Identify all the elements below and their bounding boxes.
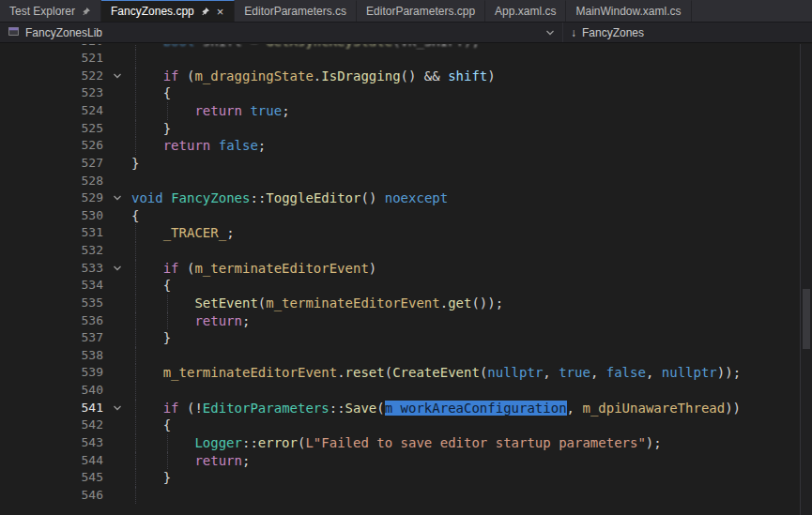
member-dropdown-label: FancyZones — [582, 26, 644, 39]
code-text: { — [131, 207, 800, 225]
code-line-540[interactable]: 540 — [0, 382, 800, 400]
tab-editorparameters-cpp[interactable]: EditorParameters.cpp — [357, 0, 485, 22]
code-text — [131, 242, 800, 260]
indent-guide — [135, 487, 136, 505]
line-number: 525 — [0, 120, 103, 138]
code-line-541[interactable]: 541if (!EditorParameters::Save(m_workAre… — [0, 400, 800, 417]
chevron-down-icon[interactable] — [545, 28, 555, 38]
code-line-536[interactable]: 536return; — [0, 312, 800, 330]
tab-fancyzones-cpp[interactable]: FancyZones.cpp× — [101, 0, 235, 22]
code-line-543[interactable]: 543Logger::error(L"Failed to save editor… — [0, 434, 800, 452]
line-number: 540 — [0, 382, 103, 400]
code-line-528[interactable]: 528 — [0, 173, 800, 190]
code-line-526[interactable]: 526return false; — [0, 137, 800, 155]
code-line-524[interactable]: 524return true; — [0, 102, 800, 120]
code-line-532[interactable]: 532 — [0, 242, 800, 260]
code-text — [131, 173, 800, 190]
code-text: return true; — [131, 102, 800, 120]
line-number: 538 — [0, 347, 103, 365]
code-line-546[interactable]: 546 — [0, 487, 800, 505]
line-number: 531 — [0, 224, 103, 242]
line-number: 530 — [0, 207, 103, 225]
code-area: 520bool shift = GetAsyncKeyState(VK_SHIF… — [0, 44, 800, 504]
fold-margin — [103, 242, 131, 260]
fold-margin — [103, 207, 131, 225]
line-number: 542 — [0, 417, 103, 434]
tab-app-xaml-cs[interactable]: App.xaml.cs — [485, 0, 566, 22]
fold-margin — [103, 224, 131, 242]
code-line-530[interactable]: 530{ — [0, 207, 800, 225]
line-number: 522 — [0, 68, 103, 85]
fold-margin — [103, 364, 131, 382]
code-line-523[interactable]: 523{ — [0, 84, 800, 102]
line-number: 536 — [0, 312, 103, 330]
pin-icon[interactable] — [200, 7, 210, 17]
fold-margin — [103, 173, 131, 190]
code-line-521[interactable]: 521 — [0, 50, 800, 68]
line-number: 541 — [0, 400, 103, 417]
code-line-542[interactable]: 542{ — [0, 417, 800, 434]
code-line-545[interactable]: 545} — [0, 469, 800, 487]
code-text: return false; — [131, 137, 800, 155]
tab-editorparameters-cs[interactable]: EditorParameters.cs — [235, 0, 357, 22]
code-line-531[interactable]: 531_TRACER_; — [0, 224, 800, 242]
fold-collapse-icon[interactable] — [103, 260, 131, 278]
code-line-527[interactable]: 527} — [0, 155, 800, 173]
code-text: return; — [131, 452, 800, 470]
code-text: } — [131, 120, 800, 138]
code-text — [131, 50, 800, 68]
fold-collapse-icon[interactable] — [103, 189, 131, 207]
code-text: } — [131, 329, 800, 347]
code-line-544[interactable]: 544return; — [0, 452, 800, 470]
fold-margin — [103, 417, 131, 434]
scrollbar-thumb[interactable] — [803, 289, 810, 349]
tab-label: FancyZones.cpp — [111, 5, 194, 18]
fold-margin — [103, 50, 131, 68]
code-line-535[interactable]: 535SetEvent(m_terminateEditorEvent.get()… — [0, 295, 800, 312]
line-number: 539 — [0, 364, 103, 382]
code-text: } — [131, 155, 800, 173]
line-number: 543 — [0, 434, 103, 452]
code-text: if (m_draggingState.IsDragging() && shif… — [131, 68, 800, 85]
close-icon[interactable]: × — [216, 6, 225, 18]
fold-margin — [103, 382, 131, 400]
down-arrow-icon: ↓ — [571, 26, 576, 39]
vertical-scrollbar[interactable] — [800, 44, 812, 515]
fold-margin — [103, 137, 131, 155]
fold-collapse-icon[interactable] — [103, 68, 131, 85]
fold-margin — [103, 469, 131, 487]
member-dropdown[interactable]: ↓ FancyZones — [563, 23, 812, 42]
code-text: { — [131, 277, 800, 295]
tab-test-explorer[interactable]: Test Explorer — [0, 0, 101, 22]
code-text: } — [131, 469, 800, 487]
code-text — [131, 347, 800, 365]
code-editor[interactable]: 520bool shift = GetAsyncKeyState(VK_SHIF… — [0, 44, 812, 515]
fold-collapse-icon[interactable] — [103, 400, 131, 417]
code-line-539[interactable]: 539m_terminateEditorEvent.reset(CreateEv… — [0, 364, 800, 382]
code-line-522[interactable]: 522if (m_draggingState.IsDragging() && s… — [0, 68, 800, 85]
line-number: 537 — [0, 329, 103, 347]
fold-margin — [103, 347, 131, 365]
code-line-537[interactable]: 537} — [0, 329, 800, 347]
code-line-538[interactable]: 538 — [0, 347, 800, 365]
visual-studio-window: Test ExplorerFancyZones.cpp×EditorParame… — [0, 0, 812, 515]
code-text — [131, 382, 800, 400]
tab-mainwindow-xaml-cs[interactable]: MainWindow.xaml.cs — [566, 0, 691, 22]
code-line-525[interactable]: 525} — [0, 120, 800, 138]
fold-margin — [103, 329, 131, 347]
code-text: SetEvent(m_terminateEditorEvent.get()); — [131, 295, 800, 312]
code-text: Logger::error(L"Failed to save editor st… — [131, 434, 800, 452]
fold-margin — [103, 487, 131, 505]
code-line-534[interactable]: 534{ — [0, 277, 800, 295]
code-line-533[interactable]: 533if (m_terminateEditorEvent) — [0, 260, 800, 278]
line-number: 527 — [0, 155, 103, 173]
indent-guide — [135, 347, 136, 365]
line-number: 529 — [0, 189, 103, 207]
pin-icon[interactable] — [81, 7, 91, 17]
line-number: 524 — [0, 102, 103, 120]
project-scope-dropdown[interactable]: FancyZonesLib — [0, 23, 563, 42]
navigation-bar: FancyZonesLib ↓ FancyZones — [0, 23, 812, 43]
fold-margin — [103, 120, 131, 138]
code-line-529[interactable]: 529void FancyZones::ToggleEditor() noexc… — [0, 189, 800, 207]
code-text: void FancyZones::ToggleEditor() noexcept — [131, 189, 800, 207]
